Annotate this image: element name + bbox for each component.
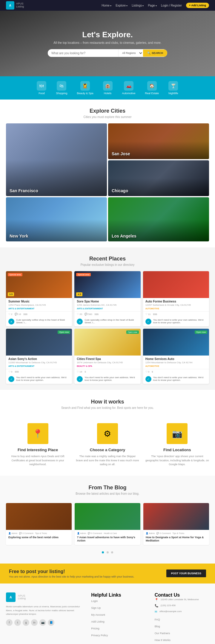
footer-partners-link[interactable]: Our Partners — [155, 632, 170, 635]
footer-blog-link[interactable]: Blog — [155, 625, 160, 628]
city-label-sj: San Jose — [112, 151, 130, 156]
place-tag-4: BEAUTY & SPA — [77, 365, 138, 367]
how-item-title-1: Choose a Category — [76, 448, 139, 452]
hero-title: Let's Explore. — [48, 30, 167, 39]
place-addr-4: 1874 Liebmann for Defausa City, CA 91745 — [77, 361, 138, 364]
place-tag-1: ARTS & ENTERTAINMENT — [77, 308, 138, 310]
search-button[interactable]: 🔍 SEARCH — [143, 49, 167, 57]
place-avatar-2: ✓ — [145, 319, 151, 325]
place-card-0[interactable]: Special area 3.5 Summer Music 1254 Plaza… — [6, 271, 72, 326]
social-twitter[interactable]: t — [14, 619, 21, 626]
place-card-2[interactable]: Auto Forme Business 12297 Sutherland & O… — [143, 271, 209, 326]
city-card-chicago[interactable]: Chicago — [108, 160, 209, 196]
footer-link-signup[interactable]: Sign Up — [91, 606, 101, 609]
blog-dot-3[interactable] — [111, 551, 113, 553]
blog-dot-1[interactable] — [102, 551, 104, 553]
how-item-desc-0: How to buy and redeem Apus Deals and Gif… — [6, 454, 70, 467]
place-card-3[interactable]: Open now Asian Sony's Action 11000 Mount… — [6, 329, 72, 384]
blog-subtitle: Browse the latest articles and tips from… — [6, 492, 209, 495]
social-google[interactable]: g — [23, 619, 29, 626]
blog-post-title-0: Exploring some of the best rental cities — [8, 536, 69, 539]
food-icon: 🍽 — [37, 81, 46, 91]
social-linkedin[interactable]: in — [31, 619, 38, 626]
footer-contact-title: Contact Us — [155, 592, 209, 598]
place-rating-0: 3.5 — [8, 292, 14, 296]
nav-listings[interactable]: Listings — [132, 4, 144, 7]
hero-subtitle: All the top locations – from restaurants… — [48, 41, 167, 44]
cat-realestate[interactable]: 🏠 Real Estate — [140, 79, 164, 97]
place-info-5: Home Services Auto 1254 Mountainair to D… — [143, 356, 209, 369]
cat-shopping[interactable]: 🛍 Shopping — [51, 79, 72, 97]
cat-auto[interactable]: 🚗 Automotive — [117, 79, 140, 97]
nav-home[interactable]: Home — [102, 4, 111, 7]
blog-card-1[interactable]: 👤 Admin 💬 0 Comment Health & Care 7 Asia… — [75, 503, 140, 545]
place-open-4: Open now — [126, 330, 139, 334]
cat-food[interactable]: 🍽 Food — [32, 79, 51, 97]
place-addr-5: 1254 Mountainair to Defausa City, CA 917… — [145, 361, 207, 364]
cat-hotels[interactable]: 🏨 Hotels — [98, 79, 117, 97]
footer-faq-link[interactable]: FAQ — [155, 618, 160, 621]
blog-grid: 👤 Admin 💬 0 Comment Tips & Tricks Explor… — [6, 503, 209, 545]
blog-img-2 — [143, 503, 209, 530]
how-item-2: 📷 Find Locations The 'Apus direction' ap… — [145, 423, 209, 467]
logo[interactable]: A APUS Listing — [6, 1, 24, 10]
place-img-5: Open now — [143, 329, 209, 356]
place-card-5[interactable]: Open now Home Services Auto 1254 Mountai… — [143, 329, 209, 384]
city-card-sf[interactable]: San Francisco — [6, 123, 107, 196]
cat-nightlife[interactable]: 🍸 Nightlife — [164, 79, 183, 97]
blog-img-1 — [75, 503, 140, 530]
blog-card-0[interactable]: 👤 Admin 💬 0 Comment Tips & Tricks Explor… — [6, 503, 72, 545]
cta-title: Free to post your listing! — [9, 569, 134, 574]
city-label-chicago: Chicago — [112, 188, 128, 193]
place-open-3: Open now — [58, 330, 70, 334]
how-icon-wrap-2: 📷 — [167, 423, 188, 444]
footer-howworks-link[interactable]: How It Works — [155, 639, 171, 642]
footer-link-add-listing[interactable]: Add Listing — [91, 620, 105, 623]
place-name-4: Cities Finest Spa — [77, 357, 138, 361]
recent-places-section: Recent Places Popular exclusive listings… — [0, 247, 215, 390]
footer-link-login[interactable]: Login — [91, 600, 98, 603]
place-tag-0: ARTS & ENTERTAINMENT — [8, 308, 70, 310]
nav-page[interactable]: Page — [148, 4, 157, 7]
search-input[interactable] — [48, 49, 118, 57]
place-meta-0: ♡ 2 💬 16 $$$ — [6, 311, 72, 317]
social-facebook[interactable]: f — [6, 619, 13, 626]
place-img-0: Special area 3.5 — [6, 271, 72, 298]
blog-dot-2[interactable] — [107, 551, 109, 553]
place-card-4[interactable]: Open now Cities Finest Spa 1874 Liebmann… — [74, 329, 140, 384]
place-addr-3: 11000 Mountainair to Defausa City, CA 91… — [8, 361, 70, 364]
add-listing-button[interactable]: + Add Listing — [186, 3, 209, 8]
city-card-la[interactable]: Los Angeles — [108, 197, 209, 241]
explore-cities-section: Explore Cities Cities you must explore t… — [0, 100, 215, 247]
places-grid: Special area 3.5 Summer Music 1254 Plaza… — [0, 271, 215, 384]
place-desc-3: ✓ You don't need to write your own addre… — [6, 374, 72, 384]
how-item-title-2: Find Locations — [145, 448, 209, 452]
place-badge-0: Special area — [8, 273, 22, 276]
place-card-1[interactable]: Special area 4.5 Sore Spa Home 1254 Jame… — [74, 271, 140, 326]
region-select[interactable]: All Regions — [118, 49, 143, 57]
blog-info-1: 👤 Admin 💬 0 Comment Health & Care 7 Asia… — [75, 530, 140, 545]
footer-link-account[interactable]: My Account — [91, 613, 105, 616]
find-locations-icon: 📷 — [167, 423, 188, 444]
nav-explore[interactable]: Explore — [116, 4, 128, 7]
cta-button[interactable]: POST YOUR BUSINESS — [166, 569, 206, 577]
how-subtitle: Search and Find what you are looking for… — [6, 406, 209, 409]
how-item-0: 📍 Find Interesting Place How to buy and … — [6, 423, 70, 467]
social-instagram[interactable]: 📷 — [39, 619, 46, 626]
nav-login[interactable]: Login / Register — [161, 4, 182, 7]
how-icon-wrap-0: 📍 — [27, 423, 48, 444]
city-card-ny[interactable]: New York — [6, 197, 107, 241]
footer-link-privacy[interactable]: Privacy Policy — [91, 634, 108, 637]
social-fb2[interactable]: 📘 — [48, 619, 54, 626]
cat-beauty[interactable]: 💆 Beauty & Spa — [72, 79, 98, 97]
blog-card-2[interactable]: 👤 Admin 💬 0 Comment Tips & Tricks How to… — [143, 503, 209, 545]
place-img-3: Open now — [6, 329, 72, 356]
place-meta-4: ♡ 18 $ — [74, 369, 140, 374]
city-card-sj[interactable]: San Jose — [108, 123, 209, 159]
navbar: A APUS Listing Home Explore Listings Pag… — [0, 0, 215, 11]
footer-contact: Contact Us 📍 13245 Little Lonsdale St, M… — [155, 592, 209, 644]
blog-header: From The Blog Browse the latest articles… — [6, 485, 209, 500]
blog-meta-1: 👤 Admin 💬 0 Comment Health & Care — [77, 532, 138, 535]
footer-link-pricing[interactable]: Pricing — [91, 627, 99, 630]
blog-author-2: 👤 Admin — [146, 532, 155, 535]
